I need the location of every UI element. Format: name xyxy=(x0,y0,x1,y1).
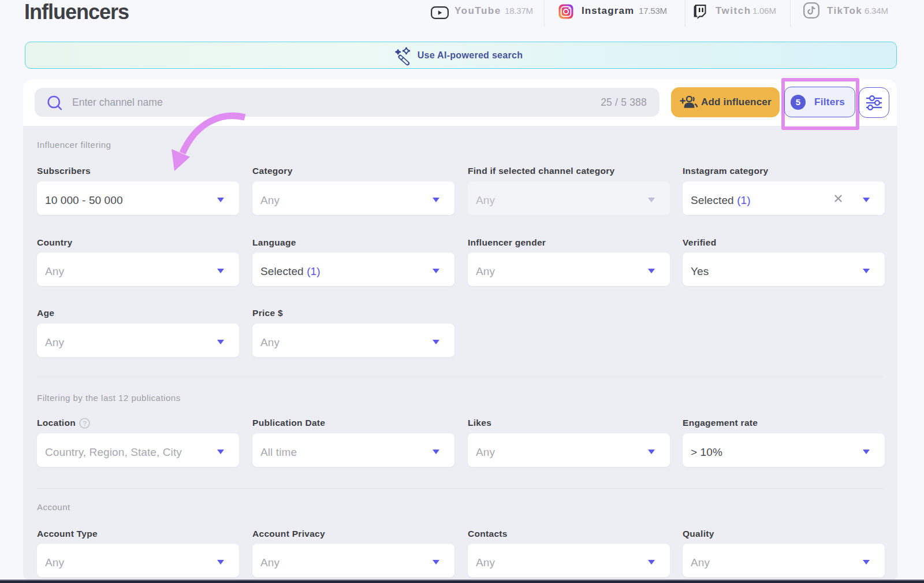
svg-text:?: ? xyxy=(83,420,86,427)
